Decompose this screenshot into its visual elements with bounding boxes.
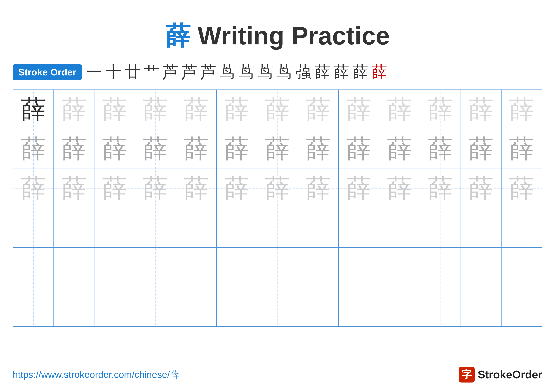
cell-r3-c6[interactable]: 薛 (216, 169, 257, 208)
cell-r1-c10[interactable]: 薛 (379, 90, 420, 129)
cell-r5-c7[interactable] (257, 248, 298, 287)
char-r1-c12: 薛 (468, 93, 494, 127)
cell-r4-c8[interactable] (298, 208, 339, 248)
stroke-14: 薛 (333, 64, 349, 80)
char-r2-c9: 薛 (346, 132, 372, 166)
cell-r3-c5[interactable]: 薛 (176, 169, 216, 208)
cell-r1-c4[interactable]: 薛 (135, 90, 176, 129)
cell-r6-c4[interactable] (135, 287, 176, 326)
char-r3-c8: 薛 (306, 171, 331, 205)
char-r1-c3: 薛 (102, 93, 127, 127)
char-r3-c9: 薛 (346, 171, 372, 205)
cell-r1-c9[interactable]: 薛 (339, 90, 379, 129)
cell-r3-c4[interactable]: 薛 (135, 169, 176, 208)
cell-r3-c12[interactable]: 薛 (461, 169, 501, 208)
cell-r4-c11[interactable] (420, 208, 460, 248)
cell-r5-c11[interactable] (420, 248, 460, 287)
char-r2-c13: 薛 (509, 132, 534, 166)
cell-r1-c7[interactable]: 薛 (257, 90, 298, 129)
cell-r4-c3[interactable] (94, 208, 135, 248)
cell-r2-c3[interactable]: 薛 (94, 129, 135, 169)
cell-r1-c2[interactable]: 薛 (54, 90, 94, 129)
cell-r3-c8[interactable]: 薛 (298, 169, 339, 208)
char-r3-c3: 薛 (102, 171, 127, 205)
cell-r1-c11[interactable]: 薛 (420, 90, 460, 129)
cell-r4-c10[interactable] (379, 208, 420, 248)
cell-r5-c6[interactable] (216, 248, 257, 287)
cell-r2-c1[interactable]: 薛 (13, 129, 54, 169)
char-r3-c12: 薛 (468, 171, 494, 205)
cell-r1-c3[interactable]: 薛 (94, 90, 135, 129)
cell-r5-c2[interactable] (54, 248, 94, 287)
char-r3-c6: 薛 (224, 171, 249, 205)
cell-r3-c10[interactable]: 薛 (379, 169, 420, 208)
cell-r3-c3[interactable]: 薛 (94, 169, 135, 208)
cell-r4-c9[interactable] (339, 208, 379, 248)
cell-r3-c2[interactable]: 薛 (54, 169, 94, 208)
cell-r6-c10[interactable] (379, 287, 420, 326)
cell-r4-c13[interactable] (501, 208, 542, 248)
cell-r2-c9[interactable]: 薛 (339, 129, 379, 169)
cell-r6-c5[interactable] (176, 287, 216, 326)
cell-r4-c1[interactable] (13, 208, 54, 248)
cell-r6-c13[interactable] (501, 287, 542, 326)
char-r2-c8: 薛 (306, 132, 331, 166)
cell-r2-c13[interactable]: 薛 (501, 129, 542, 169)
cell-r6-c7[interactable] (257, 287, 298, 326)
cell-r1-c13[interactable]: 薛 (501, 90, 542, 129)
cell-r2-c5[interactable]: 薛 (176, 129, 216, 169)
char-r3-c4: 薛 (143, 171, 168, 205)
cell-r3-c11[interactable]: 薛 (420, 169, 460, 208)
cell-r2-c10[interactable]: 薛 (379, 129, 420, 169)
cell-r4-c12[interactable] (461, 208, 501, 248)
cell-r1-c5[interactable]: 薛 (176, 90, 216, 129)
cell-r5-c9[interactable] (339, 248, 379, 287)
cell-r5-c13[interactable] (501, 248, 542, 287)
stroke-13: 薛 (314, 64, 330, 80)
cell-r4-c5[interactable] (176, 208, 216, 248)
cell-r2-c11[interactable]: 薛 (420, 129, 460, 169)
char-r1-c2: 薛 (61, 93, 87, 127)
cell-r4-c6[interactable] (216, 208, 257, 248)
cell-r3-c13[interactable]: 薛 (501, 169, 542, 208)
cell-r6-c2[interactable] (54, 287, 94, 326)
title-character: 薛 (165, 21, 190, 50)
cell-r6-c1[interactable] (13, 287, 54, 326)
cell-r6-c12[interactable] (461, 287, 501, 326)
cell-r5-c1[interactable] (13, 248, 54, 287)
cell-r1-c1[interactable]: 薛 (13, 90, 54, 129)
cell-r3-c1[interactable]: 薛 (13, 169, 54, 208)
cell-r5-c5[interactable] (176, 248, 216, 287)
cell-r5-c8[interactable] (298, 248, 339, 287)
cell-r6-c9[interactable] (339, 287, 379, 326)
cell-r1-c6[interactable]: 薛 (216, 90, 257, 129)
footer-url[interactable]: https://www.strokeorder.com/chinese/薛 (13, 368, 179, 381)
stroke-5: 芦 (162, 64, 178, 80)
cell-r5-c3[interactable] (94, 248, 135, 287)
cell-r6-c8[interactable] (298, 287, 339, 326)
cell-r2-c6[interactable]: 薛 (216, 129, 257, 169)
char-r2-c2: 薛 (61, 132, 87, 166)
char-r2-c10: 薛 (387, 132, 412, 166)
cell-r1-c12[interactable]: 薛 (461, 90, 501, 129)
cell-r5-c12[interactable] (461, 248, 501, 287)
stroke-4: 艹 (144, 64, 159, 80)
cell-r6-c11[interactable] (420, 287, 460, 326)
cell-r3-c7[interactable]: 薛 (257, 169, 298, 208)
cell-r6-c3[interactable] (94, 287, 135, 326)
cell-r2-c2[interactable]: 薛 (54, 129, 94, 169)
cell-r6-c6[interactable] (216, 287, 257, 326)
cell-r4-c4[interactable] (135, 208, 176, 248)
cell-r4-c7[interactable] (257, 208, 298, 248)
cell-r4-c2[interactable] (54, 208, 94, 248)
cell-r3-c9[interactable]: 薛 (339, 169, 379, 208)
cell-r2-c7[interactable]: 薛 (257, 129, 298, 169)
cell-r2-c12[interactable]: 薛 (461, 129, 501, 169)
cell-r1-c8[interactable]: 薛 (298, 90, 339, 129)
cell-r5-c4[interactable] (135, 248, 176, 287)
char-r2-c5: 薛 (183, 132, 209, 166)
cell-r2-c4[interactable]: 薛 (135, 129, 176, 169)
stroke-order-badge: Stroke Order (13, 64, 82, 80)
cell-r5-c10[interactable] (379, 248, 420, 287)
cell-r2-c8[interactable]: 薛 (298, 129, 339, 169)
